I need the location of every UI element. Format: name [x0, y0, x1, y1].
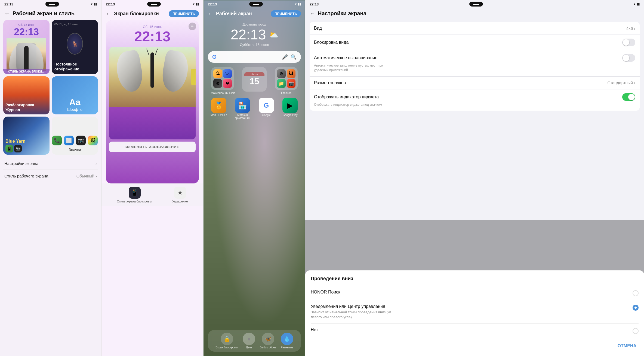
- widget-indicator-desc: Отображать индикатор виджета под значком: [314, 102, 382, 107]
- preview-photos-icon: 🖼: [88, 136, 98, 145]
- calendar-widget[interactable]: сбота 15: [240, 67, 269, 95]
- edit-image-bar[interactable]: ИЗМЕНИТЬ ИЗОБРАЖЕНИЕ: [109, 142, 196, 152]
- panel3-header: ← Рабочий экран ПРИМЕНИТЬ: [204, 8, 305, 20]
- widget-indicator-row: Отображать индикатор виджета Отображать …: [310, 89, 640, 111]
- my-honor-label: Мой HONOR: [211, 114, 227, 117]
- wallpaper-dock-item[interactable]: 🦋 Выбор обоев: [260, 333, 276, 349]
- modal-option-honor-search[interactable]: HONOR Поиск: [311, 286, 639, 300]
- radio-notifications: [633, 305, 639, 311]
- settings-screen-item[interactable]: Настройки экрана ›: [3, 157, 98, 170]
- lens-icon[interactable]: 🔍: [291, 54, 297, 60]
- decoration-tab-label: Украшение: [172, 200, 188, 203]
- view-lock-toggle[interactable]: [622, 39, 635, 46]
- status-pill-4: ▬▬: [469, 2, 483, 7]
- weather-app-icon: 🌤: [213, 69, 222, 78]
- panel3-content: 22:13 ▬▬ ▾ ▮▮ ← Рабочий экран ПРИМЕНИТЬ …: [204, 0, 305, 356]
- google-play-icon: ▶: [282, 98, 298, 113]
- modal-option-notifications[interactable]: Уведомления или Центр управления Зависит…: [311, 300, 639, 324]
- style-cards-grid: Сб, 15 июн. 22:13 СТИЛЬ ЭКРАНА БЛОКИ... …: [0, 20, 101, 155]
- fonts-card[interactable]: Aa Шрифты: [52, 76, 98, 114]
- card-purple-bottom: [109, 107, 196, 139]
- wifi-icon-3: ▾: [295, 2, 297, 6]
- butterfly-wing-l: [114, 49, 145, 94]
- panel3-title: Рабочий экран: [216, 11, 252, 17]
- cloud-icon: ⛅: [269, 30, 278, 39]
- decoration-tab[interactable]: ★ Украшение: [172, 187, 188, 203]
- security-app-icon: 🛡: [223, 69, 232, 78]
- option-none-label: Нет: [311, 327, 633, 332]
- battery-icon-3: ▮▮: [298, 2, 301, 6]
- status-pill-2: ▬▬: [147, 2, 161, 7]
- calendar-widget-body: сбота 15: [242, 67, 267, 92]
- widget-indicator-toggle[interactable]: [622, 93, 635, 101]
- home-style-label: Стиль рабочего экрана: [4, 174, 48, 178]
- chevron-icon-4: ›: [634, 80, 635, 85]
- wifi-icon-4: ▾: [634, 2, 635, 6]
- journal-unlock-card[interactable]: Разблокировка Журнал: [3, 76, 50, 114]
- view-setting-text: 4x6: [626, 26, 633, 31]
- ai-folder[interactable]: 🌤 🛡 ⚙ ❤ Рекомендации с ИИ: [208, 67, 237, 95]
- back-button-4[interactable]: ←: [310, 10, 315, 17]
- view-setting-label: Вид: [314, 26, 322, 31]
- panel2-title: Экран блокировки: [114, 11, 159, 17]
- aod-time: 05:31, чт, 13 июн.: [54, 23, 95, 26]
- icons-card[interactable]: 📞 ⬜ 📷 🖼 Значки: [52, 117, 98, 155]
- preview-square-icon: ⬜: [64, 136, 74, 145]
- back-button-3[interactable]: ←: [208, 11, 213, 17]
- option-notifications-label: Уведомления или Центр управления: [311, 304, 633, 309]
- auto-align-toggle[interactable]: [622, 54, 635, 62]
- lock-screen-style-card[interactable]: Сб, 15 июн. 22:13 СТИЛЬ ЭКРАНА БЛОКИ...: [3, 20, 50, 74]
- google-play-app[interactable]: ▶ Google Play: [282, 98, 298, 120]
- modal-cancel-button[interactable]: ОТМЕНА: [615, 341, 639, 351]
- back-button-1[interactable]: ←: [4, 10, 10, 17]
- mic-icon[interactable]: 🎤: [282, 54, 288, 60]
- lock-screen-dock-item[interactable]: 🔒 Экран блокировки: [215, 333, 238, 349]
- modal-title: Проведение вниз: [311, 276, 639, 282]
- home-screen-style-item[interactable]: Стиль рабочего экрана Обычный ›: [3, 170, 98, 182]
- decoration-icon: ★: [174, 187, 186, 199]
- view-setting-row[interactable]: Вид 4x6 ›: [310, 22, 640, 35]
- radio-honor: [633, 290, 639, 296]
- lock-screen-dock-icon: 🔒: [221, 333, 233, 345]
- main-folder[interactable]: ⚙ 🖼 📁 📷 Главное: [272, 67, 301, 95]
- icon-size-text: Стандартный: [607, 80, 633, 85]
- auto-align-label: Автоматическое выравнивание: [314, 55, 377, 60]
- yarn-phone-icon: 📱: [5, 145, 13, 152]
- battery-icon-2: ▮▮: [196, 2, 199, 6]
- auto-align-row: Автоматическое выравнивание Автоматическ…: [310, 50, 640, 77]
- lock-style-tab[interactable]: 📱 Стиль экрана блокировки: [117, 187, 153, 203]
- main-folder-label: Главное: [281, 92, 291, 95]
- blue-yarn-card[interactable]: Blue Yarn 📱 📷: [3, 117, 50, 155]
- lock-date: Сб, 15 июн.: [110, 25, 195, 29]
- status-icons-2: ▾ ▮▮: [193, 2, 199, 6]
- yarn-camera-icon: 📷: [14, 145, 22, 152]
- icon-size-row[interactable]: Размер значков Стандартный ›: [310, 77, 640, 89]
- apply-button-2[interactable]: ПРИМЕНИТЬ: [169, 10, 199, 17]
- status-bar-2: 22:13 ▬▬ ▾ ▮▮: [101, 0, 203, 8]
- antenna-left: [146, 49, 149, 55]
- back-button-2[interactable]: ←: [106, 11, 111, 17]
- google-search-bar[interactable]: G 🎤 🔍: [208, 51, 301, 63]
- butterfly-wing-r: [160, 49, 191, 94]
- wifi-icon-2: ▾: [193, 2, 195, 6]
- home-date: Суббота, 15 июня: [208, 43, 301, 47]
- always-on-card[interactable]: 05:31, чт, 13 июн. 🦌 Постоянное отображе…: [52, 20, 98, 74]
- honor-store-app[interactable]: 🏪 Магазин приложений: [232, 98, 254, 120]
- status-time-4: 22:13: [310, 2, 319, 6]
- audio-icon-2: ▬▬: [151, 2, 157, 6]
- status-bar-3: 22:13 ▬▬ ▾ ▮▮: [204, 0, 305, 8]
- blur-dock-item[interactable]: 💧 Размытие: [281, 333, 293, 349]
- modal-option-none[interactable]: Нет: [311, 324, 639, 338]
- my-honor-app[interactable]: 🏅 Мой HONOR: [211, 98, 227, 120]
- google-app[interactable]: G Google: [259, 98, 274, 120]
- icon-size-label: Размер значков: [314, 80, 346, 85]
- edit-icon[interactable]: ✏: [189, 23, 196, 30]
- status-time-3: 22:13: [208, 2, 217, 6]
- google-app-icon: G: [259, 98, 274, 113]
- apply-button-3[interactable]: ПРИМЕНИТЬ: [271, 10, 301, 17]
- preview-phone-icon: 📞: [52, 136, 62, 145]
- home-bottom-dock: 🔒 Экран блокировки ● Цвет 🦋 Выбор обоев …: [208, 330, 301, 352]
- yarn-name: Blue Yarn: [5, 139, 47, 144]
- color-dock-item[interactable]: ● Цвет: [243, 333, 255, 349]
- audio-icon-3: ▬▬: [253, 2, 259, 6]
